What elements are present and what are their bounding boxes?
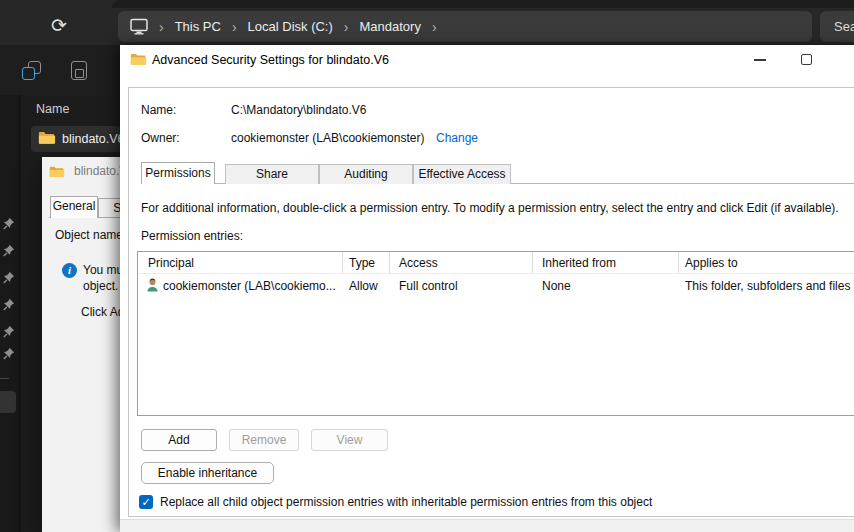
file-row-blindato[interactable]: blindato.V6 [31,126,121,152]
breadcrumb-local-disk[interactable]: Local Disk (C:) [248,19,333,34]
pin-icon[interactable] [2,217,15,230]
col-header-applies-to[interactable]: Applies to [685,256,738,270]
pin-icon[interactable] [2,244,15,257]
object-name-label: Object name [55,228,123,242]
cell-access: Full control [399,279,458,293]
paste-icon[interactable] [70,60,88,80]
owner-label: Owner: [141,131,180,145]
folder-icon [49,165,65,178]
breadcrumb-chevron-icon: › [232,19,237,35]
navigation-pane [0,95,18,532]
breadcrumb-chevron-icon: › [344,19,349,35]
tab-permissions[interactable]: Permissions [141,162,215,184]
col-header-type[interactable]: Type [349,256,375,270]
breadcrumb-mandatory[interactable]: Mandatory [360,19,421,34]
this-pc-icon [130,18,148,35]
folder-icon [38,130,56,145]
pin-icon[interactable] [2,298,15,311]
properties-dialog-title: blindato.V [49,164,127,178]
dialog-content-panel: Name: C:\Mandatory\blindato.V6 Owner: co… [128,87,854,517]
col-header-access[interactable]: Access [399,256,438,270]
nav-divider [0,378,9,379]
permission-entries-table[interactable]: Principal Type Access Inherited from App… [137,251,854,416]
column-separator[interactable] [342,252,343,273]
name-label: Name: [141,103,176,117]
column-separator[interactable] [678,252,679,273]
col-header-inherited-from[interactable]: Inherited from [542,256,616,270]
address-bar[interactable]: › This PC › Local Disk (C:) › Mandatory … [118,11,812,42]
dialog-title: Advanced Security Settings for blindato.… [152,53,389,67]
column-separator[interactable] [532,252,533,273]
folder-icon [130,52,147,66]
cell-applies-to: This folder, subfolders and files [685,279,850,293]
remove-button[interactable]: Remove [229,429,299,451]
maximize-icon[interactable] [801,54,812,65]
file-name: blindato.V6 [62,132,125,146]
info-icon: i [62,263,77,278]
replace-permissions-label: Replace all child object permission entr… [160,495,652,509]
column-separator[interactable] [389,252,390,273]
tab-general[interactable]: General [50,196,98,218]
change-owner-link[interactable]: Change [436,131,478,145]
view-button[interactable]: View [311,429,388,451]
explorer-tab-edge [112,0,854,8]
breadcrumb-chevron-icon: › [432,19,437,35]
add-button[interactable]: Add [141,429,217,451]
info-text-line2: object. [83,279,118,293]
minimize-icon[interactable] [754,59,766,61]
enable-inheritance-button[interactable]: Enable inheritance [141,462,274,484]
refresh-icon[interactable]: ⟳ [44,11,74,41]
breadcrumb-chevron-icon: › [159,19,164,35]
dialog-footer [120,519,854,532]
explorer-address-row: ⟳ › This PC › Local Disk (C:) › Mandator… [0,9,854,45]
breadcrumb-this-pc[interactable]: This PC [175,19,221,34]
cell-inherited-from: None [542,279,571,293]
copy-icon[interactable] [22,61,41,80]
permissions-help-text: For additional information, double-click… [141,201,839,215]
dialog-titlebar[interactable]: Advanced Security Settings for blindato.… [120,45,854,76]
cell-type: Allow [349,279,378,293]
security-tabstrip: Permissions Share Auditing Effective Acc… [141,162,854,184]
advanced-security-dialog: Advanced Security Settings for blindato.… [120,45,854,532]
tab-auditing[interactable]: Auditing [319,164,413,184]
tab-effective-access[interactable]: Effective Access [413,164,511,184]
cell-principal: cookiemonster (LAB\cookiemo... [163,279,336,293]
name-value: C:\Mandatory\blindato.V6 [231,103,366,117]
pin-icon[interactable] [2,325,15,338]
nav-pane-separator [18,95,21,532]
pin-icon[interactable] [2,347,15,360]
header-underline [138,273,854,274]
replace-permissions-checkbox[interactable]: ✓ [139,495,153,509]
search-input[interactable]: Sea [820,11,854,42]
click-advanced-text: Click Ad [81,305,124,319]
nav-selected-item[interactable] [0,391,16,413]
column-header-name[interactable]: Name [36,102,69,116]
owner-value: cookiemonster (LAB\cookiemonster) [231,131,424,145]
col-header-principal[interactable]: Principal [148,256,194,270]
pin-icon[interactable] [2,271,15,284]
user-icon [145,278,160,293]
tab-share[interactable]: Share [225,164,319,184]
permission-entries-label: Permission entries: [141,229,243,243]
